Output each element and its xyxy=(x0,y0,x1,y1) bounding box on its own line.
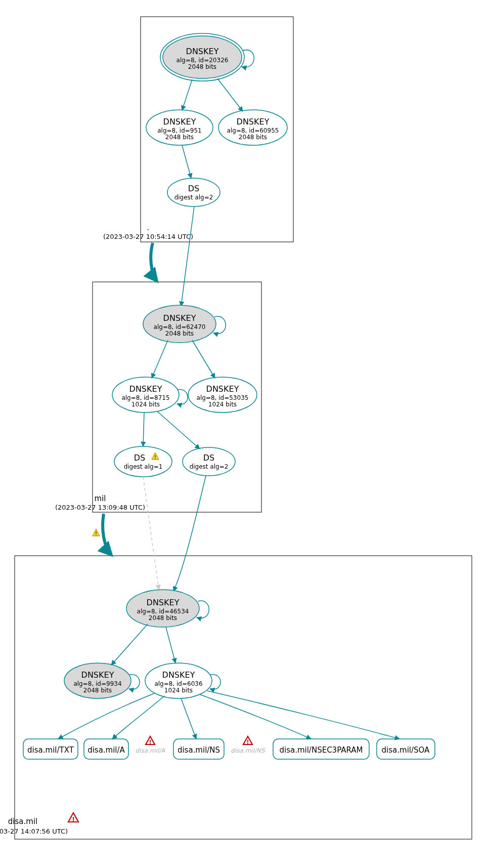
svg-text:digest alg=2: digest alg=2 xyxy=(174,194,213,201)
node-root-ds: DS digest alg=2 xyxy=(167,178,220,206)
svg-text:DNSKEY: DNSKEY xyxy=(163,313,196,323)
svg-text:DNSKEY: DNSKEY xyxy=(237,117,270,127)
node-root-zsk2: DNSKEY alg=8, id=60955 2048 bits xyxy=(218,110,287,145)
svg-text:DNSKEY: DNSKEY xyxy=(163,117,196,127)
error-icon: ! xyxy=(146,736,155,746)
svg-text:2048 bits: 2048 bits xyxy=(83,687,112,694)
svg-text:DNSKEY: DNSKEY xyxy=(186,47,219,56)
svg-text:alg=8, id=60955: alg=8, id=60955 xyxy=(227,127,279,134)
node-root-ksk: DNSKEY alg=8, id=20326 2048 bits xyxy=(160,33,244,81)
svg-text:DNSKEY: DNSKEY xyxy=(206,384,239,394)
svg-text:alg=8, id=8715: alg=8, id=8715 xyxy=(121,394,169,401)
svg-text:DS: DS xyxy=(203,453,214,463)
svg-text:!: ! xyxy=(154,454,156,460)
node-root-zsk1: DNSKEY alg=8, id=951 2048 bits xyxy=(146,110,213,145)
zone-mil-timestamp: (2023-03-27 13:09:48 UTC) xyxy=(55,504,145,511)
svg-text:disa.mil/A: disa.mil/A xyxy=(87,746,125,755)
svg-text:DS: DS xyxy=(134,453,145,463)
svg-text:2048 bits: 2048 bits xyxy=(165,134,194,141)
rrset-nsec3param: disa.mil/NSEC3PARAM xyxy=(273,739,369,759)
svg-text:DNSKEY: DNSKEY xyxy=(162,670,195,680)
node-mil-zsk1: DNSKEY alg=8, id=8715 1024 bits xyxy=(112,377,179,412)
svg-text:alg=8, id=20326: alg=8, id=20326 xyxy=(176,57,229,64)
zone-disa-timestamp: (2023-03-27 14:07:56 UTC) xyxy=(0,828,68,835)
node-disa-zsk: DNSKEY alg=8, id=6036 1024 bits xyxy=(145,663,212,698)
svg-text:disa.mil/NSEC3PARAM: disa.mil/NSEC3PARAM xyxy=(279,746,363,755)
zone-mil-label: mil xyxy=(95,494,106,503)
svg-text:2048 bits: 2048 bits xyxy=(239,134,267,141)
node-mil-zsk2: DNSKEY alg=8, id=53035 1024 bits xyxy=(188,377,257,412)
svg-text:!: ! xyxy=(95,531,97,536)
svg-text:alg=8, id=62470: alg=8, id=62470 xyxy=(154,323,206,330)
node-mil-ksk: DNSKEY alg=8, id=62470 2048 bits xyxy=(143,305,216,343)
rrset-ns: disa.mil/NS xyxy=(173,739,224,759)
node-mil-ds2: DS digest alg=2 xyxy=(183,447,235,476)
svg-text:1024 bits: 1024 bits xyxy=(208,401,237,408)
svg-text:alg=8, id=9934: alg=8, id=9934 xyxy=(73,680,121,687)
zone-disa-label: disa.mil xyxy=(8,817,37,826)
svg-rect-37 xyxy=(15,556,472,839)
svg-text:DNSKEY: DNSKEY xyxy=(129,384,162,394)
svg-text:alg=8, id=951: alg=8, id=951 xyxy=(157,127,202,134)
svg-text:DNSKEY: DNSKEY xyxy=(81,670,114,680)
svg-text:DNSKEY: DNSKEY xyxy=(147,598,180,607)
rrset-ns-ghost: disa.mil/NS xyxy=(231,747,265,754)
svg-text:disa.mil/TXT: disa.mil/TXT xyxy=(27,746,74,755)
rrset-a: disa.mil/A xyxy=(84,739,128,759)
node-disa-key2: DNSKEY alg=8, id=9934 2048 bits xyxy=(64,663,131,698)
svg-text:digest alg=2: digest alg=2 xyxy=(190,463,229,470)
svg-text:!: ! xyxy=(72,816,74,823)
rrset-a-ghost: disa.mil/A xyxy=(136,747,166,754)
svg-text:digest alg=1: digest alg=1 xyxy=(124,463,163,470)
svg-text:2048 bits: 2048 bits xyxy=(149,614,177,622)
warning-icon: ! xyxy=(93,529,100,536)
edge-delegation-root-mil xyxy=(151,243,157,281)
rrset-soa: disa.mil/SOA xyxy=(377,739,435,759)
svg-text:disa.mil/SOA: disa.mil/SOA xyxy=(382,746,430,755)
zone-root-label: . xyxy=(147,223,150,232)
svg-text:1024 bits: 1024 bits xyxy=(164,687,193,694)
svg-text:disa.mil/NS: disa.mil/NS xyxy=(178,746,220,755)
svg-text:alg=8, id=53035: alg=8, id=53035 xyxy=(197,394,249,401)
svg-text:2048 bits: 2048 bits xyxy=(165,330,194,337)
svg-text:!: ! xyxy=(246,739,249,746)
rrset-txt: disa.mil/TXT xyxy=(23,739,78,759)
error-icon: ! xyxy=(243,736,252,746)
svg-text:DS: DS xyxy=(188,184,199,193)
edge-dashed xyxy=(143,477,159,590)
error-icon: ! xyxy=(68,813,78,823)
svg-text:2048 bits: 2048 bits xyxy=(188,63,216,70)
svg-text:disa.mil/NS: disa.mil/NS xyxy=(231,747,265,754)
node-mil-ds1: DS digest alg=1 xyxy=(114,446,172,477)
svg-text:alg=8, id=46534: alg=8, id=46534 xyxy=(137,608,189,615)
zone-root-timestamp: (2023-03-27 10:54:14 UTC) xyxy=(103,233,193,240)
svg-text:!: ! xyxy=(149,739,151,746)
svg-text:alg=8, id=6036: alg=8, id=6036 xyxy=(154,680,202,687)
node-disa-ksk: DNSKEY alg=8, id=46534 2048 bits xyxy=(126,590,199,627)
edge-delegation-mil-disa xyxy=(103,514,111,555)
svg-text:disa.mil/A: disa.mil/A xyxy=(136,747,166,754)
svg-text:1024 bits: 1024 bits xyxy=(131,401,160,408)
